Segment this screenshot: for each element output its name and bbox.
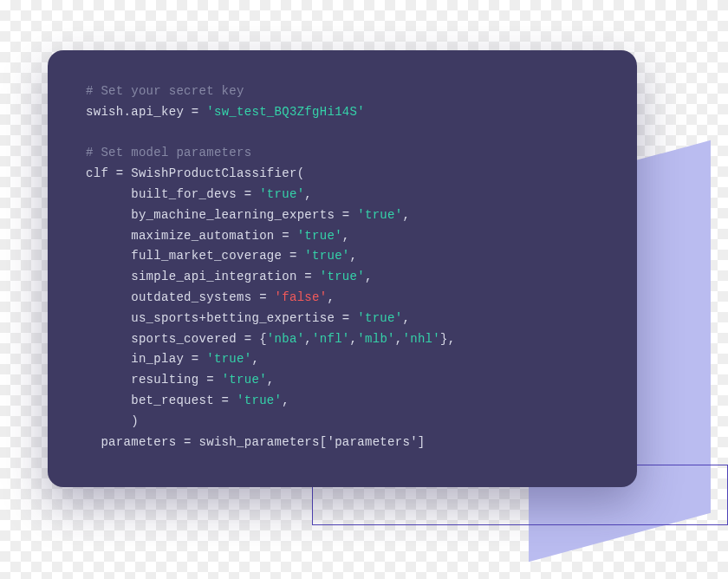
code-text: , xyxy=(402,208,410,222)
comment-text: # Set your secret key xyxy=(86,84,244,98)
code-line-param-built-for-devs: built_for_devs = 'true', xyxy=(86,185,599,205)
code-text: simple_api_integration = xyxy=(86,270,320,283)
code-text: maximize_automation = xyxy=(86,229,297,243)
code-string: 'sw_test_BQ3ZfgHi14S' xyxy=(206,105,365,119)
code-text: by_machine_learning_experts = xyxy=(86,208,357,222)
code-line-param-automation: maximize_automation = 'true', xyxy=(86,226,599,247)
code-text: , xyxy=(282,394,289,407)
code-line-close-paren: ) xyxy=(86,412,599,433)
comment-text: # Set model parameters xyxy=(86,146,251,159)
code-line-param-ml-experts: by_machine_learning_experts = 'true', xyxy=(86,205,599,226)
code-line-param-bet-request: bet_request = 'true', xyxy=(86,391,599,412)
code-text: , xyxy=(251,352,259,366)
code-text: in_play = xyxy=(86,352,206,366)
code-text: full_market_coverage = xyxy=(86,249,304,263)
code-text: clf = SwishProductClassifier( xyxy=(86,166,304,180)
code-text: parameters = swish_parameters['parameter… xyxy=(86,435,426,449)
code-text: bet_request = xyxy=(86,394,237,407)
code-line-param-resulting: resulting = 'true', xyxy=(86,370,599,391)
code-text: swish.api_key = xyxy=(86,105,206,119)
code-text: , xyxy=(304,332,312,346)
code-text: , xyxy=(402,311,410,325)
code-line-param-coverage: full_market_coverage = 'true', xyxy=(86,246,599,267)
code-line-parameters: parameters = swish_parameters['parameter… xyxy=(86,433,599,453)
code-string: 'nfl' xyxy=(312,332,350,346)
code-line-comment-2: # Set model parameters xyxy=(86,143,599,164)
code-string: 'mlb' xyxy=(357,332,395,346)
code-line-param-outdated: outdated_systems = 'false', xyxy=(86,288,599,309)
code-line-param-sports-expertise: us_sports+betting_expertise = 'true', xyxy=(86,309,599,329)
code-string: 'true' xyxy=(222,373,267,387)
code-text: us_sports+betting_expertise = xyxy=(86,311,357,325)
code-text: ) xyxy=(86,414,139,428)
code-string: 'true' xyxy=(297,229,342,243)
code-text: , xyxy=(395,332,403,346)
code-string: 'nhl' xyxy=(403,332,441,346)
code-text: , xyxy=(342,229,350,243)
code-text: , xyxy=(304,187,312,201)
code-text: built_for_devs = xyxy=(86,187,259,201)
code-string: 'nba' xyxy=(267,332,305,346)
code-string-false: 'false' xyxy=(275,290,328,304)
code-text: , xyxy=(350,249,358,263)
code-string: 'true' xyxy=(206,352,251,366)
code-line-api-key: swish.api_key = 'sw_test_BQ3ZfgHi14S' xyxy=(86,102,599,123)
code-string: 'true' xyxy=(357,208,402,222)
code-text: , xyxy=(267,373,275,387)
code-text: resulting = xyxy=(86,373,222,387)
code-text: outdated_systems = xyxy=(86,290,275,304)
code-text: , xyxy=(365,270,373,283)
code-line-blank xyxy=(86,123,599,144)
code-string: 'true' xyxy=(237,394,282,407)
code-text: , xyxy=(327,290,335,304)
code-string: 'true' xyxy=(320,270,365,283)
code-line-comment-1: # Set your secret key xyxy=(86,81,599,102)
code-line-classifier-open: clf = SwishProductClassifier( xyxy=(86,164,599,185)
code-snippet-card: # Set your secret key swish.api_key = 's… xyxy=(48,50,637,487)
code-text: , xyxy=(350,332,358,346)
code-line-param-sports-covered: sports_covered = {'nba','nfl','mlb','nhl… xyxy=(86,329,599,350)
code-text: sports_covered = { xyxy=(86,332,267,346)
code-line-param-in-play: in_play = 'true', xyxy=(86,349,599,370)
code-string: 'true' xyxy=(304,249,349,263)
code-text: }, xyxy=(440,332,455,346)
code-string: 'true' xyxy=(259,187,304,201)
code-string: 'true' xyxy=(357,311,402,325)
code-line-param-api-integration: simple_api_integration = 'true', xyxy=(86,267,599,288)
